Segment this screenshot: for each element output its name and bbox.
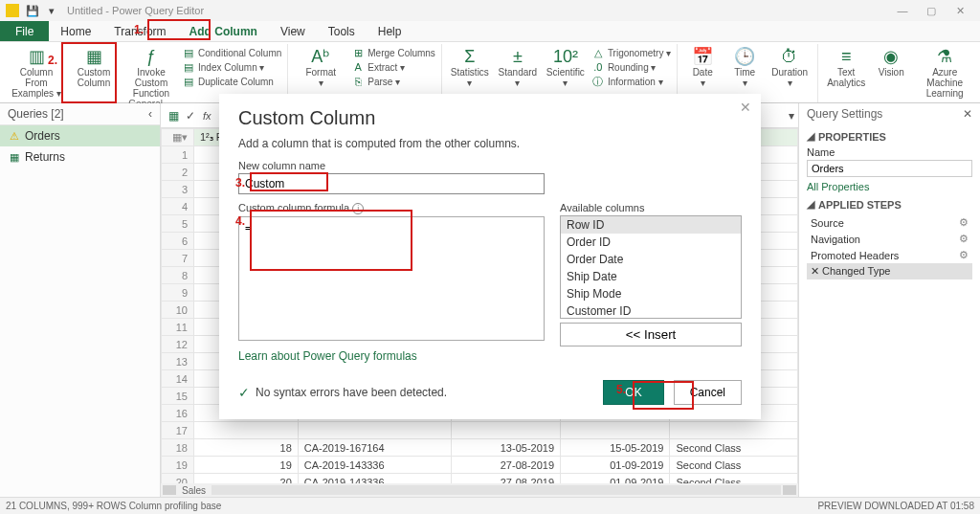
modal-overlay: ✕ Custom Column Add a column that is com… (0, 0, 980, 514)
available-columns-list[interactable]: Row IDOrder IDOrder DateShip DateShip Mo… (560, 215, 742, 319)
info-tooltip-icon[interactable]: i (352, 203, 364, 214)
available-column-item[interactable]: Ship Mode (561, 285, 741, 302)
syntax-status: ✓ No syntax errors have been detected. (238, 385, 447, 400)
dialog-title: Custom Column (238, 107, 742, 129)
new-column-name-input[interactable] (238, 173, 545, 194)
available-column-item[interactable]: Row ID (561, 216, 741, 234)
available-column-item[interactable]: Order ID (561, 234, 741, 251)
formula-label: Custom column formula (238, 202, 349, 213)
formula-textarea[interactable] (238, 216, 545, 341)
custom-column-dialog: ✕ Custom Column Add a column that is com… (219, 94, 761, 419)
available-column-item[interactable]: Ship Date (561, 268, 741, 285)
new-column-name-label: New column name (238, 160, 742, 171)
available-column-item[interactable]: Customer ID (561, 302, 741, 319)
dialog-close-icon[interactable]: ✕ (740, 100, 751, 115)
learn-formulas-link[interactable]: Learn about Power Query formulas (238, 349, 545, 363)
ok-button[interactable]: OK (603, 380, 663, 405)
available-column-item[interactable]: Order Date (561, 251, 741, 268)
cancel-button[interactable]: Cancel (674, 380, 742, 405)
check-icon: ✓ (238, 385, 250, 400)
dialog-subtitle: Add a column that is computed from the o… (238, 137, 742, 150)
available-columns-label: Available columns (560, 202, 742, 213)
insert-column-button[interactable]: << Insert (560, 323, 742, 346)
